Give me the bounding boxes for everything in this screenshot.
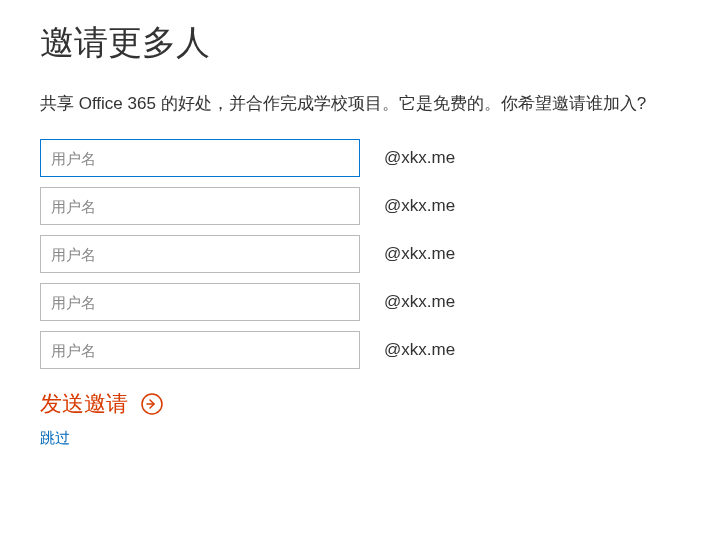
domain-suffix: @xkx.me: [384, 244, 455, 264]
page-description: 共享 Office 365 的好处，并合作完成学校项目。它是免费的。你希望邀请谁…: [40, 90, 662, 117]
invite-row: @xkx.me: [40, 187, 662, 225]
username-input[interactable]: [40, 187, 360, 225]
domain-suffix: @xkx.me: [384, 196, 455, 216]
domain-suffix: @xkx.me: [384, 292, 455, 312]
skip-link[interactable]: 跳过: [40, 429, 662, 448]
send-invite-label: 发送邀请: [40, 389, 128, 419]
actions: 发送邀请 跳过: [40, 389, 662, 448]
invite-row: @xkx.me: [40, 331, 662, 369]
send-invite-button[interactable]: 发送邀请: [40, 389, 164, 419]
invite-form: @xkx.me @xkx.me @xkx.me @xkx.me @xkx.me: [40, 139, 662, 369]
username-input[interactable]: [40, 235, 360, 273]
page-title: 邀请更多人: [40, 20, 662, 66]
arrow-right-circle-icon: [140, 392, 164, 416]
domain-suffix: @xkx.me: [384, 340, 455, 360]
username-input[interactable]: [40, 331, 360, 369]
invite-row: @xkx.me: [40, 235, 662, 273]
invite-row: @xkx.me: [40, 283, 662, 321]
username-input[interactable]: [40, 283, 360, 321]
username-input[interactable]: [40, 139, 360, 177]
domain-suffix: @xkx.me: [384, 148, 455, 168]
invite-row: @xkx.me: [40, 139, 662, 177]
